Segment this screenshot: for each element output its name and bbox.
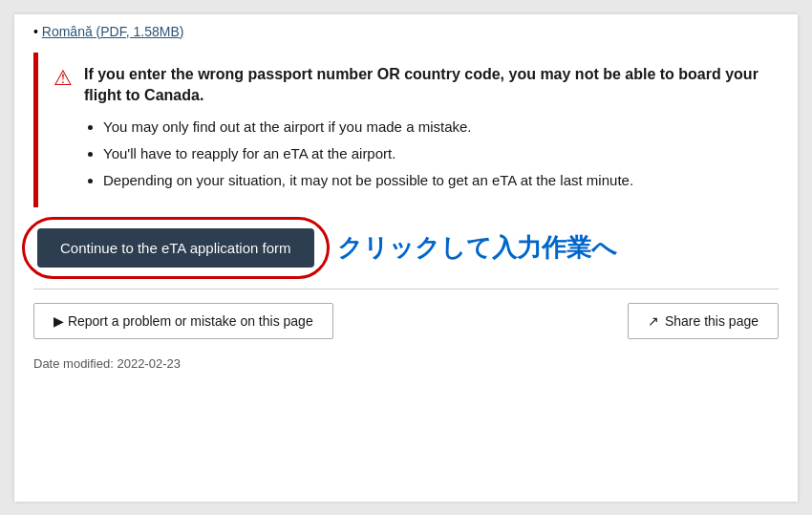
warning-icon: ⚠ [53, 66, 73, 91]
top-link-row: • Română (PDF, 1.58MB) [33, 24, 779, 39]
date-modified-label: Date modified: [33, 356, 114, 371]
share-page-button[interactable]: ↗ Share this page [628, 303, 779, 339]
share-page-label: Share this page [665, 313, 759, 329]
cta-annotation-label: クリックして入力作業へ [337, 231, 617, 265]
date-modified-value: 2022-02-23 [117, 356, 181, 371]
page-container: • Română (PDF, 1.58MB) ⚠ If you enter th… [14, 14, 798, 502]
warning-box: ⚠ If you enter the wrong passport number… [33, 53, 779, 208]
bullet-icon: • [33, 24, 38, 39]
cta-section: Continue to the eTA application form クリッ… [33, 228, 779, 268]
warning-content: If you enter the wrong passport number O… [84, 64, 763, 197]
continue-eta-button[interactable]: Continue to the eTA application form [37, 228, 314, 268]
warning-title: If you enter the wrong passport number O… [84, 64, 763, 107]
warning-list: You may only find out at the airport if … [84, 116, 763, 192]
warning-item-3: Depending on your situation, it may not … [103, 169, 763, 192]
romana-pdf-link[interactable]: Română (PDF, 1.58MB) [42, 24, 184, 39]
cta-button-wrapper: Continue to the eTA application form [37, 228, 314, 268]
warning-item-1: You may only find out at the airport if … [103, 116, 763, 139]
share-icon: ↗ [648, 313, 659, 329]
date-modified-row: Date modified: 2022-02-23 [33, 356, 779, 371]
footer-buttons: ▶ Report a problem or mistake on this pa… [33, 303, 779, 339]
warning-item-2: You'll have to reapply for an eTA at the… [103, 142, 763, 165]
report-problem-button[interactable]: ▶ Report a problem or mistake on this pa… [33, 303, 333, 339]
divider [33, 289, 779, 290]
